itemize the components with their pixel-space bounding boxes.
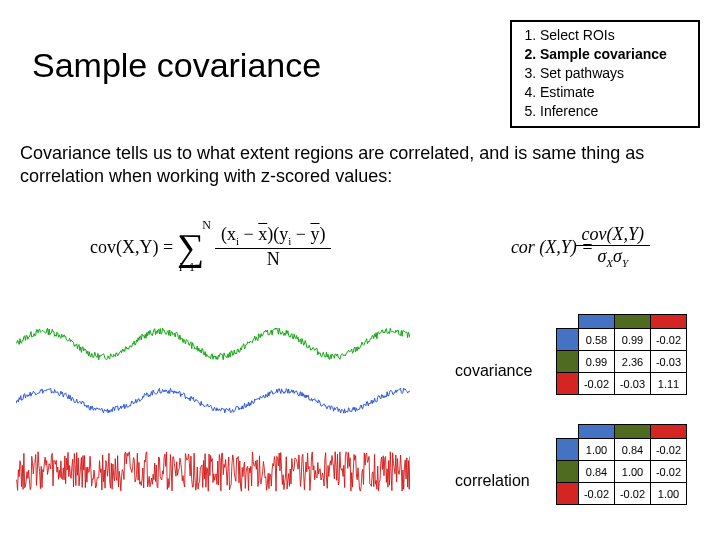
chart-svg: [16, 310, 410, 514]
step-item: Set pathways: [540, 64, 690, 83]
matrix-cell: -0.02: [579, 373, 615, 395]
sum-upper: N: [202, 218, 211, 233]
blue-trace: [16, 388, 410, 413]
step-item: Select ROIs: [540, 26, 690, 45]
cor-formula: cor (X,Y) = cov(X,Y) σXσY: [511, 224, 650, 270]
matrix-cell: 2.36: [615, 351, 651, 373]
steps-list: Select ROIsSample covarianceSet pathways…: [520, 26, 690, 120]
matrix-side-cell: [557, 483, 579, 505]
matrix-side-cell: [557, 373, 579, 395]
matrix-cell: 1.00: [579, 439, 615, 461]
matrix-cell: 0.99: [579, 351, 615, 373]
step-item: Inference: [540, 102, 690, 121]
matrix-header-cell: [579, 425, 615, 439]
matrix-cell: -0.03: [651, 351, 687, 373]
matrix-header-cell: [615, 315, 651, 329]
cov-prefix: cov(X,Y) =: [90, 237, 173, 258]
matrix-cell: -0.02: [579, 483, 615, 505]
slide-title: Sample covariance: [32, 46, 321, 85]
matrix-cell: -0.02: [651, 439, 687, 461]
formula-row: cov(X,Y) = ∑ N i=1 (xi − x)(yi − y) N co…: [90, 210, 650, 284]
covariance-matrix: 0.580.99-0.020.992.36-0.03-0.02-0.031.11: [556, 314, 687, 395]
timeseries-chart: [16, 310, 410, 514]
correlation-label: correlation: [455, 472, 530, 490]
step-item: Estimate: [540, 83, 690, 102]
matrix-cell: 0.58: [579, 329, 615, 351]
matrix-cell: 1.00: [615, 461, 651, 483]
body-text: Covariance tells us to what extent regio…: [20, 142, 700, 187]
matrix-header-cell: [615, 425, 651, 439]
matrix-side-cell: [557, 461, 579, 483]
matrix-cell: -0.02: [615, 483, 651, 505]
covariance-label: covariance: [455, 362, 532, 380]
cor-numerator: cov(X,Y): [576, 224, 650, 246]
matrix-cell: -0.03: [615, 373, 651, 395]
matrix-side-cell: [557, 439, 579, 461]
cov-formula: cov(X,Y) = ∑ N i=1 (xi − x)(yi − y) N: [90, 224, 331, 270]
matrix-header-cell: [651, 425, 687, 439]
matrix-cell: 0.84: [579, 461, 615, 483]
cor-denominator: σXσY: [591, 246, 634, 270]
matrix-cell: 1.00: [651, 483, 687, 505]
matrix-side-cell: [557, 329, 579, 351]
matrix-header-cell: [651, 315, 687, 329]
correlation-matrix: 1.000.84-0.020.841.00-0.02-0.02-0.021.00: [556, 424, 687, 505]
matrix-cell: 0.99: [615, 329, 651, 351]
matrix-side-cell: [557, 351, 579, 373]
matrix-cell: -0.02: [651, 461, 687, 483]
cov-denominator: N: [261, 249, 286, 271]
green-trace: [16, 328, 410, 360]
matrix-cell: 1.11: [651, 373, 687, 395]
sum-lower: i=1: [179, 260, 195, 275]
matrix-cell: -0.02: [651, 329, 687, 351]
step-item: Sample covariance: [540, 45, 690, 64]
matrix-cell: 0.84: [615, 439, 651, 461]
cov-numerator: (xi − x)(yi − y): [215, 224, 331, 248]
steps-box: Select ROIsSample covarianceSet pathways…: [510, 20, 700, 128]
matrix-header-cell: [579, 315, 615, 329]
red-trace: [16, 452, 410, 492]
